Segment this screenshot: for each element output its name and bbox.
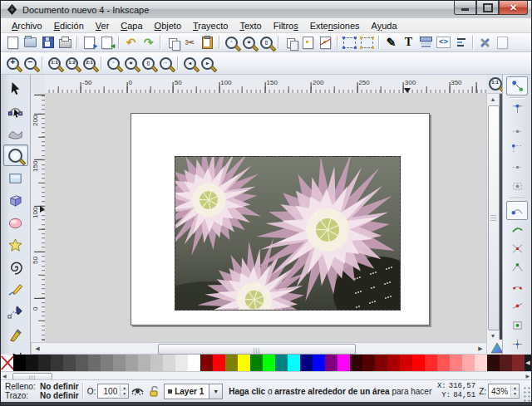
snap-rotation-centers-button[interactable] [506,335,528,354]
horizontal-scrollbar-thumb[interactable]: ||| [158,344,356,355]
import-button[interactable]: ▸ [81,34,98,51]
export-button[interactable]: ◂ [98,34,116,51]
palette-swatch[interactable] [500,355,512,371]
zoom-up-icon[interactable]: ▲ [511,385,519,391]
palette-swatch[interactable] [412,355,425,371]
palette-swatch[interactable] [437,355,450,371]
tool-zoom[interactable] [3,144,28,166]
zoom-2-1-button[interactable]: 2:1 [81,55,98,71]
snap-bbox-edge-midpoints-button[interactable] [506,158,528,177]
palette-swatch[interactable] [462,355,475,371]
redo-button[interactable]: ↷ [140,34,157,51]
zoom-spinbox[interactable]: 43% ▲▼ [488,384,520,399]
snap-bounding-box-button[interactable] [506,100,528,120]
palette-swatch[interactable] [26,355,38,371]
palette-swatch[interactable] [375,355,387,371]
tool-tweak[interactable] [3,122,28,144]
palette-swatch[interactable] [175,355,188,371]
palette-swatch[interactable] [101,355,113,371]
palette-swatch[interactable] [275,355,288,371]
palette-swatch[interactable] [337,355,350,371]
close-button[interactable]: ✕ [499,1,528,15]
current-layer-selector[interactable]: Layer 1 ▼ [164,384,223,399]
palette-swatch[interactable] [325,355,337,371]
scroll-right-icon[interactable]: ▶ [475,343,486,354]
snap-smooth-nodes-button[interactable] [506,277,528,296]
inkscape-preferences-button[interactable] [476,34,494,51]
opacity-up-icon[interactable]: ▲ [121,385,128,391]
tool-pencil[interactable] [3,279,28,301]
paste-button[interactable] [199,34,216,51]
palette-swatch[interactable] [126,355,138,371]
tool-box-3d[interactable] [3,189,28,211]
palette-swatch[interactable] [288,355,300,371]
palette-swatch[interactable] [362,355,375,371]
maximize-button[interactable] [476,1,499,15]
zoom-1-1-button[interactable]: 1:1 [46,55,63,71]
vertical-ruler[interactable]: 200150100500 [31,93,46,342]
menu-edicion[interactable]: Edición [48,20,90,32]
tool-calligraphy[interactable] [3,324,28,345]
minimize-button[interactable] [454,1,476,15]
menu-capa[interactable]: Capa [115,20,148,32]
snap-bbox-edges-button[interactable] [506,120,528,139]
duplicate-button[interactable] [282,34,299,51]
snap-line-midpoints-button[interactable] [506,296,528,316]
palette-swatch[interactable] [163,355,175,371]
palette-swatch[interactable] [200,355,213,371]
palette-swatch[interactable] [400,355,412,371]
opacity-spinbox[interactable]: 100 ▲▼ [97,384,129,399]
palette-swatch[interactable] [13,355,26,371]
palette-overflow-icon[interactable]: ◀ [525,355,531,371]
palette-swatch[interactable] [88,355,101,371]
menu-ayuda[interactable]: Ayuda [366,20,403,32]
palette-swatch[interactable] [475,355,487,371]
enable-snapping-button[interactable] [506,76,528,95]
palette-swatch[interactable] [188,355,200,371]
tool-selector[interactable] [3,77,28,99]
layer-dropdown-icon[interactable]: ▼ [209,384,222,399]
palette-swatch[interactable] [350,355,362,371]
fill-stroke-indicator[interactable]: Relleno:No definir Trazo:No definir [1,382,79,400]
layer-lock-toggle[interactable] [149,386,159,397]
palette-swatch[interactable] [238,355,250,371]
snap-path-intersections-button[interactable] [506,239,528,258]
titlebar[interactable]: Documento nuevo 4 - Inkscape ✕ [1,1,531,19]
palette-swatch[interactable] [425,355,437,371]
palette-swatch[interactable] [76,355,88,371]
tool-ellipse[interactable] [3,212,28,233]
tool-bezier-pen[interactable] [3,301,28,323]
create-clone-button[interactable] [299,34,317,51]
horizontal-ruler[interactable]: -50050100150200250300350 [45,75,486,94]
group-button[interactable] [341,34,358,51]
unlink-clone-button[interactable] [317,34,334,51]
opacity-down-icon[interactable]: ▼ [121,391,128,397]
copy-button[interactable] [164,34,181,51]
tool-node-editor[interactable] [3,100,28,121]
zoom-selection-button[interactable]: ▫ [105,55,122,71]
xml-editor-button[interactable]: <> [435,34,452,51]
palette-swatch[interactable] [150,355,163,371]
menu-filtros[interactable]: Filtros [268,20,304,32]
open-document-button[interactable] [22,34,39,51]
tool-rectangle[interactable] [3,167,28,188]
snap-nodes-button[interactable] [506,201,528,220]
cut-button[interactable]: ✂ [181,34,199,51]
menu-texto[interactable]: Texto [234,20,267,32]
menu-extensiones[interactable]: Extensiones [304,20,366,32]
palette-swatch[interactable] [450,355,462,371]
palette-swatch[interactable] [250,355,263,371]
align-dialog-button[interactable] [452,34,470,51]
document-page[interactable] [131,113,430,325]
palette-swatch[interactable] [313,355,325,371]
fill-stroke-dialog-button[interactable]: ✎ [382,34,400,51]
zoom-down-icon[interactable]: ▼ [511,391,519,397]
window-resize-grip[interactable] [522,387,530,402]
zoom-out-button[interactable]: − [22,55,39,71]
sticky-zoom-button[interactable]: 1:1 [486,75,504,94]
text-dialog-button[interactable]: T [400,34,417,51]
snap-cusp-nodes-button[interactable] [506,258,528,277]
canvas[interactable] [45,93,486,342]
palette-swatch[interactable] [487,355,500,371]
palette-swatch[interactable] [387,355,400,371]
